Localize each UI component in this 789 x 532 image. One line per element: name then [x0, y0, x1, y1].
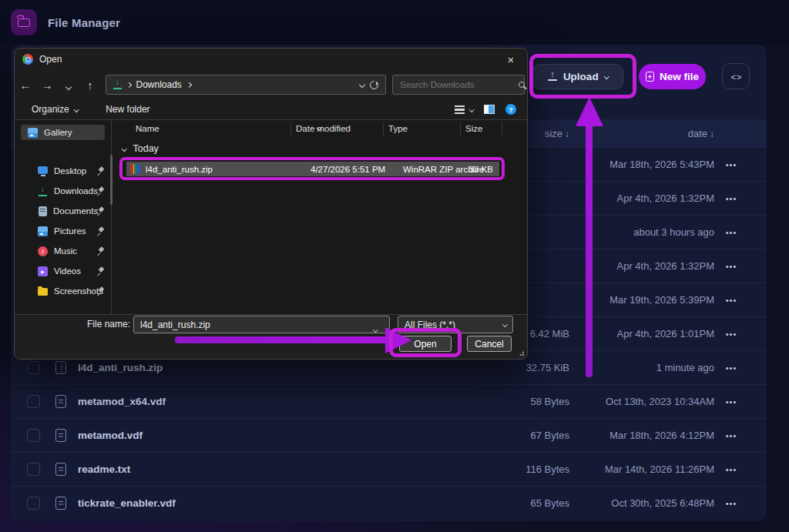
- annotation-arrow-up-shaft: [586, 123, 593, 377]
- row-menu-button[interactable]: •••: [714, 431, 748, 440]
- file-name: l4d_anti_rush.zip: [78, 362, 438, 373]
- search-box[interactable]: [392, 75, 525, 95]
- new-file-icon: [646, 72, 654, 82]
- row-menu-button[interactable]: •••: [714, 330, 748, 339]
- row-menu-button[interactable]: •••: [714, 499, 748, 508]
- downloads-icon: [38, 186, 48, 196]
- help-icon[interactable]: [505, 104, 516, 115]
- sidebar-item-label: Desktop: [54, 166, 86, 176]
- annotation-arrow-right-shaft: [175, 336, 388, 343]
- address-bar[interactable]: Downloads: [106, 75, 386, 95]
- table-row[interactable]: metamod_x64.vdf 58 Bytes Oct 13th, 2023 …: [11, 384, 767, 418]
- dialog-navbar: ← → ↑ Downloads: [15, 70, 527, 99]
- row-menu-button[interactable]: •••: [714, 228, 748, 237]
- file-name: tickrate_enabler.vdf: [78, 497, 438, 509]
- row-checkbox[interactable]: [27, 361, 40, 374]
- sidebar-item-videos[interactable]: Videos: [15, 261, 111, 281]
- group-today[interactable]: Today: [123, 143, 159, 154]
- row-checkbox[interactable]: [27, 463, 40, 476]
- column-type[interactable]: Type: [388, 124, 408, 133]
- table-row[interactable]: readme.txt 116 Bytes Mar 14th, 2026 11:2…: [11, 452, 767, 486]
- row-menu-button[interactable]: •••: [714, 465, 748, 474]
- sidebar-item-pictures[interactable]: Pictures: [15, 221, 111, 241]
- dialog-titlebar[interactable]: Open: [15, 49, 527, 70]
- sort-desc-icon: ↓: [710, 129, 714, 139]
- close-icon[interactable]: [495, 49, 527, 70]
- file-name-input[interactable]: [133, 316, 390, 333]
- sidebar-item-music[interactable]: Music: [15, 241, 111, 261]
- preview-pane-icon[interactable]: [484, 105, 495, 114]
- file-size: 65 Bytes: [438, 497, 569, 509]
- address-dropdown-icon[interactable]: [359, 82, 365, 88]
- row-checkbox[interactable]: [27, 497, 40, 510]
- pin-icon: [97, 227, 104, 235]
- search-input[interactable]: [400, 80, 519, 89]
- size-column-label: size: [545, 128, 562, 139]
- refresh-icon[interactable]: [368, 79, 381, 91]
- dialog-toolbar: Organize New folder: [15, 99, 527, 120]
- sidebar-item-label: Documents: [53, 206, 98, 216]
- sidebar-item-label: Screenshots: [54, 286, 103, 296]
- back-button[interactable]: ←: [15, 79, 36, 92]
- page-title: File Manager: [48, 16, 120, 29]
- upload-button-label: Upload: [563, 71, 599, 82]
- file-name: metamod_x64.vdf: [78, 396, 438, 407]
- row-menu-button[interactable]: •••: [714, 397, 748, 407]
- code-view-button[interactable]: [722, 63, 750, 89]
- chevron-right-icon: [126, 82, 131, 87]
- sidebar-item-downloads[interactable]: Downloads: [15, 181, 111, 201]
- sidebar-item-screenshots[interactable]: Screenshots: [15, 281, 111, 301]
- row-menu-button[interactable]: •••: [714, 296, 748, 305]
- open-file-dialog: Open ← → ↑ Downloads Organize New folder: [14, 48, 528, 360]
- pictures-icon: [38, 226, 48, 236]
- organize-label: Organize: [32, 104, 69, 115]
- column-size[interactable]: Size: [465, 124, 482, 133]
- row-menu-button[interactable]: •••: [714, 262, 748, 271]
- view-mode-button[interactable]: [455, 105, 474, 114]
- sidebar-item-gallery[interactable]: Gallery: [21, 125, 105, 140]
- selected-file-row[interactable]: l4d_anti_rush.zip 4/27/2026 5:51 PM WinR…: [126, 162, 499, 176]
- file-date: Oct 13th, 2023 10:34AM: [569, 396, 714, 407]
- new-file-button-label: New file: [660, 71, 699, 82]
- file-name-dropdown-icon[interactable]: [374, 323, 378, 333]
- file-size: 67 Bytes: [438, 430, 569, 441]
- upload-button[interactable]: Upload: [532, 64, 623, 89]
- row-checkbox[interactable]: [27, 429, 40, 442]
- list-view-icon: [455, 105, 465, 114]
- row-menu-button[interactable]: •••: [714, 160, 748, 169]
- annotation-arrow-right-head: [385, 327, 411, 353]
- breadcrumb[interactable]: Downloads: [136, 79, 182, 90]
- list-column-headers: Name Date modified Type Size: [112, 120, 527, 139]
- row-checkbox[interactable]: [27, 395, 40, 408]
- sidebar-item-desktop[interactable]: Desktop: [15, 161, 111, 181]
- file-type-select[interactable]: All Files (*.*): [398, 316, 513, 333]
- app-header: File Manager: [0, 0, 789, 45]
- new-file-button[interactable]: New file: [639, 64, 706, 89]
- row-menu-button[interactable]: •••: [714, 194, 748, 203]
- document-icon: [55, 395, 67, 408]
- pin-icon: [97, 207, 104, 215]
- recent-locations-button[interactable]: [58, 79, 79, 92]
- chevron-down-icon: [502, 322, 507, 326]
- documents-icon: [39, 206, 47, 216]
- sidebar-item-label: Music: [54, 246, 77, 256]
- group-label: Today: [133, 143, 159, 154]
- row-menu-button[interactable]: •••: [714, 363, 748, 373]
- sidebar-item-documents[interactable]: Documents: [15, 201, 111, 221]
- zip-file-icon: [55, 361, 67, 374]
- winrar-icon: [130, 164, 140, 174]
- cancel-button[interactable]: Cancel: [467, 336, 512, 352]
- resize-grip[interactable]: [518, 350, 524, 356]
- column-name[interactable]: Name: [136, 124, 159, 133]
- chevron-down-icon: [74, 107, 79, 112]
- search-icon: [519, 82, 525, 88]
- column-date-modified-label: Date modified: [296, 124, 351, 133]
- organize-menu[interactable]: Organize: [32, 104, 78, 115]
- table-row[interactable]: metamod.vdf 67 Bytes Mar 18th, 2026 4:12…: [11, 418, 767, 452]
- forward-button[interactable]: →: [36, 79, 58, 92]
- table-row[interactable]: tickrate_enabler.vdf 65 Bytes Oct 30th, …: [11, 486, 767, 520]
- column-date-modified[interactable]: Date modified: [296, 124, 351, 133]
- new-folder-button[interactable]: New folder: [106, 104, 149, 115]
- up-button[interactable]: ↑: [79, 79, 101, 92]
- file-name-label: File name:: [25, 319, 130, 330]
